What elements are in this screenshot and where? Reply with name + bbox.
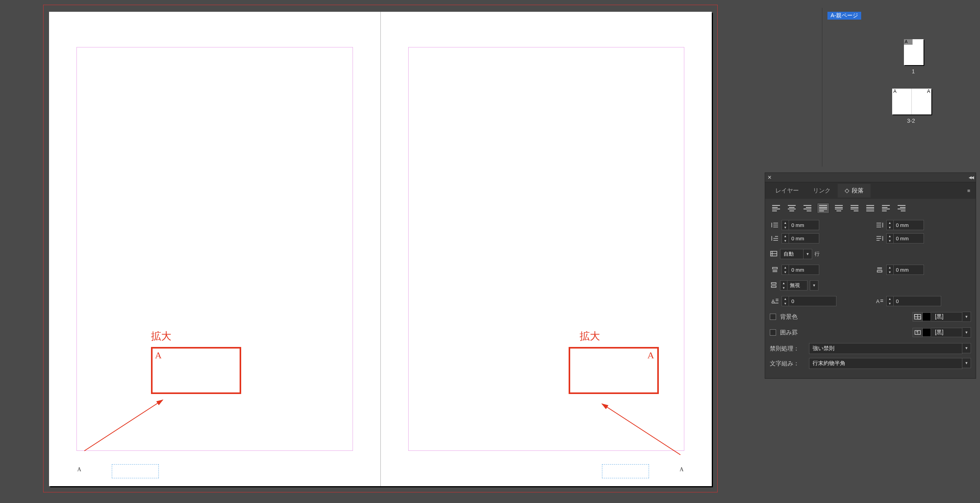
- space-before-icon: [770, 265, 780, 274]
- panel-header[interactable]: ✕ ◀◀: [765, 173, 976, 182]
- firstline-left-input[interactable]: [789, 236, 819, 242]
- bg-color-label: 背景色: [780, 313, 807, 321]
- page-thumb-spread-label: 3-2: [907, 118, 915, 124]
- paragraph-panel[interactable]: ✕ ◀◀ レイヤー リンク ◇段落 ≡: [765, 173, 976, 379]
- page-thumb-left[interactable]: A: [892, 89, 912, 114]
- mojikumi-select[interactable]: ▼: [809, 358, 971, 369]
- space-before-input[interactable]: [789, 267, 819, 273]
- svg-text:A: A: [876, 298, 880, 304]
- space-after-icon: [875, 265, 885, 274]
- master-badge-icon: A: [904, 39, 913, 45]
- auto-leading-unit: 行: [815, 251, 820, 258]
- space-after-stepper[interactable]: ▲▼: [886, 265, 924, 275]
- space-after-input[interactable]: [894, 267, 924, 273]
- dropcap-chars-stepper[interactable]: ▲▼: [886, 296, 941, 306]
- page-thumb-right[interactable]: A: [912, 89, 931, 114]
- bg-swatch-control[interactable]: [黒] ▼: [913, 312, 971, 322]
- svg-rect-23: [773, 267, 777, 269]
- border-icon: ¶: [913, 328, 923, 337]
- auto-leading-select[interactable]: ▼: [780, 249, 812, 259]
- justify-all-button[interactable]: [864, 203, 876, 214]
- tab-links[interactable]: リンク: [806, 184, 838, 198]
- lastline-right-field: ▲▼: [875, 233, 971, 243]
- dropcap-lines-input[interactable]: [789, 298, 836, 304]
- spread[interactable]: 拡大 A A 拡大 A: [49, 12, 712, 486]
- border-checkbox[interactable]: [770, 329, 776, 336]
- chevron-down-icon[interactable]: ▼: [804, 249, 812, 259]
- justify-left-button[interactable]: [817, 203, 829, 214]
- indent-right-stepper[interactable]: ▲▼: [886, 220, 924, 230]
- align-right-button[interactable]: [801, 203, 814, 214]
- pages-panel-divider: [822, 8, 822, 167]
- svg-rect-30: [771, 286, 776, 287]
- annotation-box-left: A: [151, 347, 241, 394]
- align-left-button[interactable]: [770, 203, 782, 214]
- chevron-down-icon[interactable]: ▼: [962, 358, 971, 368]
- kinsoku-select[interactable]: ▼: [809, 343, 971, 354]
- diamond-icon: ◇: [845, 187, 849, 194]
- firstline-left-icon: [770, 234, 780, 243]
- page-text-frame-right[interactable]: [602, 464, 649, 478]
- dropcap-chars-input[interactable]: [894, 298, 941, 304]
- lastline-right-input[interactable]: [894, 236, 924, 242]
- swatch-chip[interactable]: [922, 328, 931, 337]
- firstline-left-stepper[interactable]: ▲▼: [782, 233, 819, 243]
- auto-leading-input[interactable]: [780, 249, 804, 259]
- panel-menu-icon[interactable]: ≡: [962, 185, 976, 197]
- right-column: A-親ページ A 1 A A 3-2 ✕ ◀◀ レイヤー リンク ◇段落 ≡: [761, 0, 980, 503]
- chevron-down-icon[interactable]: ▼: [962, 343, 971, 353]
- dropcap-grid: A ▲▼ A ▲▼: [770, 296, 971, 306]
- tab-paragraph[interactable]: ◇段落: [838, 184, 871, 198]
- dropcap-lines-icon: A: [770, 297, 780, 305]
- page-text-frame-left[interactable]: [112, 464, 159, 478]
- tab-layers[interactable]: レイヤー: [768, 184, 806, 198]
- page-right[interactable]: 拡大 A A: [381, 12, 712, 486]
- pages-panel[interactable]: A-親ページ A 1 A A 3-2: [761, 0, 980, 171]
- align-away-spine-button[interactable]: [895, 203, 908, 214]
- justify-right-button[interactable]: [848, 203, 861, 214]
- bg-color-checkbox[interactable]: [770, 314, 776, 320]
- svg-text:¶: ¶: [916, 330, 918, 335]
- same-style-space-icon: [770, 282, 778, 289]
- border-swatch-name[interactable]: [黒]: [931, 328, 962, 337]
- annotation-label-right: 拡大: [580, 329, 600, 343]
- svg-rect-40: [918, 317, 921, 319]
- svg-rect-28: [877, 271, 882, 272]
- canvas-area[interactable]: 拡大 A A 拡大 A: [0, 0, 761, 503]
- dropcap-chars-icon: A: [875, 297, 885, 305]
- ignore-input[interactable]: [787, 283, 807, 289]
- page-thumb-1[interactable]: A: [904, 39, 924, 65]
- indent-right-input[interactable]: [894, 222, 924, 228]
- chevron-down-icon[interactable]: ▼: [962, 312, 971, 322]
- ignore-row: ▲▼ ▼: [770, 280, 971, 291]
- alignment-row: [770, 203, 971, 214]
- indent-left-input[interactable]: [789, 222, 819, 228]
- panel-body: ▲▼ ▲▼ ▲▼ ▲▼: [765, 199, 976, 378]
- dropcap-lines-stepper[interactable]: ▲▼: [782, 296, 836, 306]
- chevron-down-icon[interactable]: ▼: [962, 327, 971, 338]
- page-left[interactable]: 拡大 A A: [49, 12, 381, 486]
- annotation-box-right: A: [569, 347, 659, 394]
- kinsoku-input[interactable]: [809, 343, 962, 354]
- chevron-down-icon[interactable]: ▼: [810, 280, 818, 291]
- indent-right-field: ▲▼: [875, 220, 971, 230]
- space-before-stepper[interactable]: ▲▼: [782, 265, 819, 275]
- space-before-field: ▲▼: [770, 265, 867, 275]
- collapse-icon[interactable]: ◀◀: [969, 175, 973, 180]
- page-thumb-spread[interactable]: A A: [892, 89, 931, 114]
- border-swatch-control[interactable]: ¶ [黒] ▼: [913, 327, 971, 338]
- indent-left-stepper[interactable]: ▲▼: [782, 220, 819, 230]
- bg-swatch-name[interactable]: [黒]: [931, 312, 962, 321]
- align-towards-spine-button[interactable]: [880, 203, 892, 214]
- justify-center-button[interactable]: [833, 203, 845, 214]
- mojikumi-input[interactable]: [809, 358, 962, 369]
- close-icon[interactable]: ✕: [765, 174, 774, 180]
- ignore-stepper[interactable]: ▲▼: [780, 280, 807, 291]
- page-thumb-1-label: 1: [912, 68, 915, 74]
- master-page-label[interactable]: A-親ページ: [827, 12, 861, 20]
- indent-grid: ▲▼ ▲▼ ▲▼ ▲▼: [770, 220, 971, 243]
- swatch-chip[interactable]: [922, 312, 931, 321]
- lastline-right-icon: [875, 234, 885, 243]
- lastline-right-stepper[interactable]: ▲▼: [886, 233, 924, 243]
- align-center-button[interactable]: [785, 203, 798, 214]
